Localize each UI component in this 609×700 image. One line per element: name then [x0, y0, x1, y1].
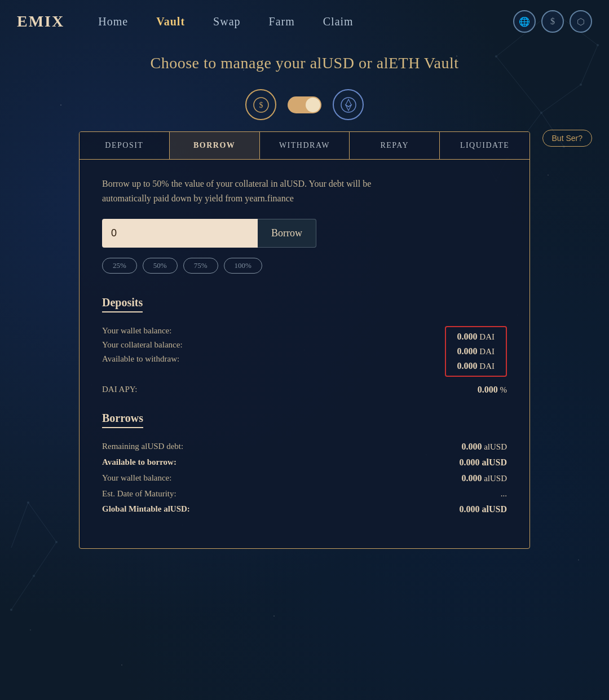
maturity-date-label: Est. Date of Maturity: [102, 489, 448, 499]
borrows-title: Borrows [102, 412, 143, 428]
nav-vault[interactable]: Vault [156, 15, 185, 28]
globe-icon[interactable]: 🌐 [513, 10, 536, 33]
tab-withdraw[interactable]: WITHDRAW [260, 132, 350, 159]
but-ser-button[interactable]: But Ser? [542, 130, 592, 147]
nav-swap[interactable]: Swap [213, 15, 240, 28]
wallet-balance-value: 0.000 DAI [457, 332, 495, 342]
deposits-labels: Your wallet balance: Your collateral bal… [102, 326, 445, 364]
pct-75-button[interactable]: 75% [183, 258, 218, 274]
tab-liquidate[interactable]: LIQUIDATE [440, 132, 529, 159]
available-borrow-label: Available to borrow: [102, 457, 448, 468]
pct-25-button[interactable]: 25% [102, 258, 137, 274]
alusd-icon[interactable]: $ [245, 89, 276, 120]
deposits-title: Deposits [102, 296, 143, 312]
nav-home[interactable]: Home [98, 15, 128, 28]
available-borrow-value: 0.000 alUSD [460, 457, 507, 468]
tab-bar: DEPOSIT BORROW WITHDRAW REPAY LIQUIDATE [80, 132, 529, 160]
nav-claim[interactable]: Claim [323, 15, 354, 28]
svg-point-26 [10, 609, 12, 611]
svg-marker-31 [346, 105, 351, 111]
nav-links: Home Vault Swap Farm Claim [98, 15, 513, 28]
panel-body: Borrow up to 50% the value of your colla… [80, 160, 529, 548]
hero-section: Choose to manage your alUSD or alETH Vau… [0, 43, 609, 78]
deposits-section: Deposits Your wallet balance: Your colla… [102, 296, 507, 395]
borrow-wallet-value: 0.000 alUSD [460, 473, 507, 483]
dai-apy-value: 0.000 % [445, 385, 507, 395]
tab-borrow[interactable]: BORROW [170, 132, 260, 159]
hero-title: Choose to manage your alUSD or alETH Vau… [0, 54, 609, 72]
vault-toggle-row: $ [0, 89, 609, 120]
borrow-button[interactable]: Borrow [258, 219, 316, 248]
pct-100-button[interactable]: 100% [224, 258, 262, 274]
nav-farm[interactable]: Farm [269, 15, 295, 28]
nav-icons: 🌐 $ ⬡ [513, 10, 592, 33]
tab-repay[interactable]: REPAY [350, 132, 440, 159]
remaining-debt-label: Remaining alUSD debt: [102, 442, 448, 452]
percentage-buttons: 25% 50% 75% 100% [102, 258, 507, 274]
borrow-input-row: Borrow [102, 219, 316, 248]
borrows-section: Borrows Remaining alUSD debt: 0.000 alUS… [102, 412, 507, 514]
global-mintable-value: 0.000 alUSD [460, 504, 507, 514]
wallet-balance-label: Your wallet balance: [102, 326, 445, 336]
borrow-amount-input[interactable] [102, 219, 258, 248]
global-mintable-label: Global Mintable alUSD: [102, 504, 448, 514]
maturity-date-value: ... [460, 489, 507, 499]
remaining-debt-value: 0.000 alUSD [460, 442, 507, 452]
dai-apy-label: DAI APY: [102, 385, 445, 394]
vault-toggle-switch[interactable] [288, 96, 321, 113]
borrow-wallet-label: Your wallet balance: [102, 473, 448, 483]
deposits-values-box: 0.000 DAI 0.000 DAI 0.000 DAI [445, 326, 507, 377]
tab-deposit[interactable]: DEPOSIT [80, 132, 170, 159]
logo: EMIX [17, 12, 64, 30]
wallet-icon[interactable]: ⬡ [570, 10, 592, 33]
available-withdraw-label: Available to withdraw: [102, 354, 445, 364]
collateral-balance-value: 0.000 DAI [457, 346, 495, 356]
available-withdraw-value: 0.000 DAI [457, 361, 495, 371]
svg-text:$: $ [259, 101, 263, 109]
aleth-icon[interactable] [333, 89, 364, 120]
main-panel: DEPOSIT BORROW WITHDRAW REPAY LIQUIDATE … [79, 131, 530, 549]
svg-point-25 [33, 575, 35, 577]
borrow-description: Borrow up to 50% the value of your colla… [102, 177, 418, 205]
navbar: EMIX Home Vault Swap Farm Claim 🌐 $ ⬡ [0, 0, 609, 43]
svg-line-21 [11, 576, 34, 610]
collateral-balance-label: Your collateral balance: [102, 340, 445, 350]
dollar-icon[interactable]: $ [541, 10, 564, 33]
pct-50-button[interactable]: 50% [143, 258, 178, 274]
